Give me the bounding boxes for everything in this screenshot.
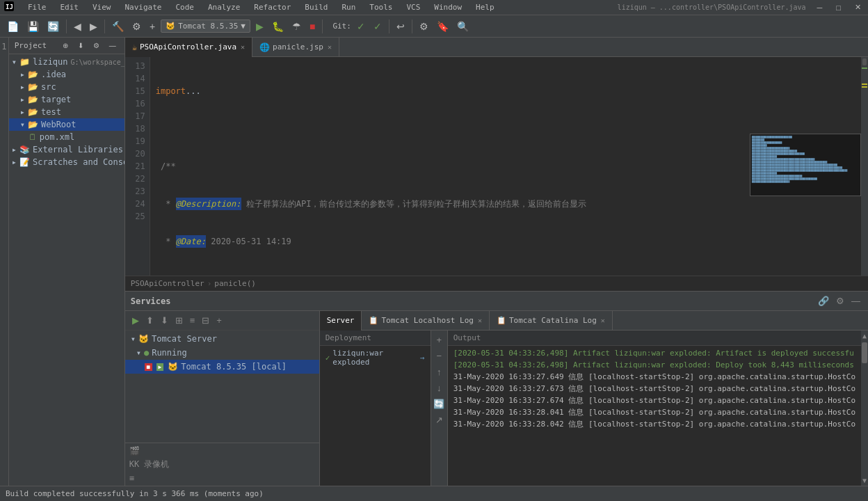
tree-item-liziqun[interactable]: ▾ 📁 liziqun G:\workspace_dingzhi\liziqun xyxy=(9,56,124,68)
deploy-remove-button[interactable]: − xyxy=(433,349,444,363)
code-editor[interactable]: 13 14 15 16 17 18 19 20 21 22 23 24 25 i… xyxy=(125,57,868,276)
run-config-button[interactable]: ⚙ xyxy=(129,19,144,33)
server-tab-server[interactable]: Server xyxy=(320,311,362,331)
toolbar-sep4 xyxy=(389,19,389,33)
deploy-item-liziqun[interactable]: ✓ liziqun:war exploded → xyxy=(320,346,431,369)
save-button[interactable]: 💾 xyxy=(24,19,42,33)
ctrl-stop-btn[interactable]: ■ xyxy=(145,363,152,371)
close-button[interactable]: ✕ xyxy=(852,1,864,13)
bookmark-button[interactable]: 🔖 xyxy=(434,19,451,33)
menu-help[interactable]: Help xyxy=(473,1,497,13)
tab-psoapicontroller[interactable]: ☕ PSOApiController.java ✕ xyxy=(125,38,252,57)
output-scrollbar[interactable]: ▲ ▼ xyxy=(861,331,868,486)
ctrl-play-btn[interactable]: ▶ xyxy=(156,363,164,371)
new-file-button[interactable]: 📄 xyxy=(4,19,22,33)
breadcrumb-item-controller[interactable]: PSOApiController xyxy=(131,279,204,288)
breadcrumb-sep: › xyxy=(207,279,212,288)
services-minimize-button[interactable]: — xyxy=(849,295,862,307)
menu-edit[interactable]: Edit xyxy=(58,1,82,13)
tree-item-target[interactable]: ▸ 📂 target xyxy=(9,93,124,106)
expand-icon-liziqun: ▾ xyxy=(12,57,17,67)
fav-icon3[interactable]: ≡ xyxy=(129,473,315,483)
search-everywhere-button[interactable]: 🔍 xyxy=(454,19,472,33)
sync-button[interactable]: 🔄 xyxy=(45,19,62,33)
menu-build[interactable]: Build xyxy=(302,1,330,13)
tab-panicle[interactable]: 🌐 panicle.jsp ✕ xyxy=(252,38,339,57)
deploy-refresh-button[interactable]: 🔄 xyxy=(431,397,447,411)
localhost-log-tab-close[interactable]: ✕ xyxy=(478,317,482,324)
minimize-button[interactable]: ─ xyxy=(814,2,826,13)
tomcat-selector[interactable]: 🐱 Tomcat 8.5.35 ▼ xyxy=(161,19,250,33)
git-update-button[interactable]: ✓ xyxy=(354,19,368,33)
forward-button[interactable]: ▶ xyxy=(87,19,100,33)
structure-icon[interactable]: 1 xyxy=(0,40,8,53)
tree-item-test[interactable]: ▸ 📂 test xyxy=(9,106,124,118)
menu-analyze[interactable]: Analyze xyxy=(205,1,243,13)
menu-file[interactable]: File xyxy=(25,1,49,13)
tree-item-src[interactable]: ▸ 📂 src xyxy=(9,81,124,93)
deploy-add-button[interactable]: + xyxy=(433,333,444,347)
project-tool1[interactable]: ⊕ xyxy=(60,40,71,51)
fav-icon2[interactable]: KK 录像机 xyxy=(129,459,315,470)
breadcrumb: PSOApiController › panicle() xyxy=(125,276,868,291)
breadcrumb-item-method[interactable]: panicle() xyxy=(214,279,256,288)
undo-button[interactable]: ↩ xyxy=(394,19,408,33)
svc-group-button[interactable]: ⊞ xyxy=(172,314,186,327)
svc-all-down-button[interactable]: ⬇ xyxy=(158,314,171,327)
tree-item-external[interactable]: ▸ 📚 External Libraries xyxy=(9,143,124,156)
services-pin-button[interactable]: 🔗 xyxy=(816,295,831,307)
tree-item-pom[interactable]: 🗒 pom.xml xyxy=(9,131,124,143)
menu-view[interactable]: View xyxy=(90,1,114,13)
scroll-up-button[interactable]: ▲ xyxy=(861,331,868,341)
settings-button[interactable]: ⚙ xyxy=(417,19,431,33)
menu-vcs[interactable]: VCS xyxy=(403,1,423,13)
deploy-up-button[interactable]: ↑ xyxy=(434,365,444,379)
catalina-log-tab-close[interactable]: ✕ xyxy=(601,317,605,324)
scroll-down-button[interactable]: ▼ xyxy=(861,475,868,486)
debug-button[interactable]: 🐛 xyxy=(269,19,287,33)
server-tab-localhost-log[interactable]: 📋 Tomcat Localhost Log ✕ xyxy=(362,311,489,331)
fav-icon1[interactable]: 🎬 xyxy=(129,446,315,456)
scrollbar-track[interactable] xyxy=(861,341,868,475)
line-numbers: 13 14 15 16 17 18 19 20 21 22 23 24 25 xyxy=(125,57,150,276)
stop-button[interactable]: ■ xyxy=(307,19,318,33)
deploy-down-button[interactable]: ↓ xyxy=(434,381,444,395)
output-content[interactable]: [2020-05-31 04:33:26,498] Artifact liziq… xyxy=(448,346,861,486)
run-button[interactable]: ▶ xyxy=(253,19,266,33)
back-button[interactable]: ◀ xyxy=(71,19,84,33)
git-commit-button[interactable]: ✓ xyxy=(371,19,385,33)
svc-item-tomcat-instance[interactable]: ■ ▶ 🐱 Tomcat 8.5.35 [local] xyxy=(125,360,319,374)
menu-navigate[interactable]: Navigate xyxy=(122,1,165,13)
menu-refactor[interactable]: Refactor xyxy=(251,1,294,13)
menu-code[interactable]: Code xyxy=(172,1,197,13)
menu-window[interactable]: Window xyxy=(431,1,465,13)
maximize-button[interactable]: □ xyxy=(833,2,844,13)
svc-item-tomcat-server[interactable]: ▾ 🐱 Tomcat Server xyxy=(125,332,319,346)
svc-all-up-button[interactable]: ⬆ xyxy=(143,314,156,327)
project-close[interactable]: — xyxy=(106,40,119,51)
log-line-1: [2020-05-31 04:33:26,498] Artifact liziq… xyxy=(453,359,855,371)
svc-add-button[interactable]: + xyxy=(214,314,225,327)
svc-run-button[interactable]: ▶ xyxy=(129,314,142,327)
add-config-button[interactable]: + xyxy=(147,19,158,33)
server-tab-catalina-log[interactable]: 📋 Tomcat Catalina Log ✕ xyxy=(490,311,613,331)
coverage-button[interactable]: ☂ xyxy=(289,19,304,33)
project-settings[interactable]: ⚙ xyxy=(90,40,102,51)
build-button[interactable]: 🔨 xyxy=(109,19,127,33)
tab-close-psoapicontroller[interactable]: ✕ xyxy=(241,43,245,51)
deploy-open-button[interactable]: ↗ xyxy=(433,413,446,427)
svc-item-running[interactable]: ▾ ● Running xyxy=(125,346,319,360)
tab-close-panicle[interactable]: ✕ xyxy=(328,43,332,51)
services-settings-button[interactable]: ⚙ xyxy=(834,295,846,307)
tree-item-idea[interactable]: ▸ 📂 .idea xyxy=(9,68,124,81)
editor-scrollbar[interactable] xyxy=(861,57,868,276)
menu-tools[interactable]: Tools xyxy=(367,1,395,13)
tree-item-scratches[interactable]: ▸ 📝 Scratches and Consoles xyxy=(9,156,124,168)
output-column: Output [2020-05-31 04:33:26,498] Artifac… xyxy=(448,331,861,486)
tree-item-webroot[interactable]: ▾ 📂 WebRoot xyxy=(9,118,124,131)
svc-layout-button[interactable]: ⊟ xyxy=(199,314,212,327)
svc-filter-button[interactable]: ≡ xyxy=(187,314,198,327)
menu-run[interactable]: Run xyxy=(339,1,358,13)
toolbar: 📄 💾 🔄 ◀ ▶ 🔨 ⚙ + 🐱 Tomcat 8.5.35 ▼ ▶ 🐛 ☂ … xyxy=(0,15,868,38)
project-tool2[interactable]: ⬇ xyxy=(75,40,86,51)
